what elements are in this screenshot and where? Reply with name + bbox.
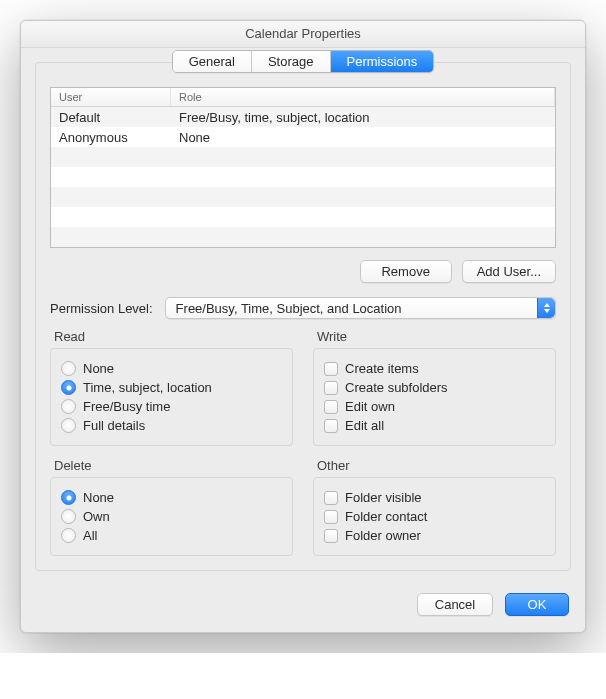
- radio-icon: [61, 361, 76, 376]
- checkbox-icon: [324, 419, 338, 433]
- cell-user: Anonymous: [51, 130, 171, 145]
- group-read: Read None Time, subject, location Free/B…: [50, 329, 293, 446]
- table-header: User Role: [51, 88, 555, 107]
- calendar-properties-window: Calendar Properties General Storage Perm…: [20, 20, 586, 633]
- content-area: General Storage Permissions User Role De…: [21, 48, 585, 581]
- cell-user: Default: [51, 110, 171, 125]
- remove-button[interactable]: Remove: [360, 260, 452, 283]
- group-other-box: Folder visible Folder contact Folder own…: [313, 477, 556, 556]
- checkbox-icon: [324, 400, 338, 414]
- window-title: Calendar Properties: [21, 21, 585, 48]
- other-folder-contact[interactable]: Folder contact: [324, 507, 545, 526]
- cell-role: None: [171, 130, 555, 145]
- checkbox-icon: [324, 529, 338, 543]
- radio-icon: [61, 528, 76, 543]
- delete-none[interactable]: None: [61, 488, 282, 507]
- group-write: Write Create items Create subfolders Edi…: [313, 329, 556, 446]
- group-delete: Delete None Own All: [50, 458, 293, 556]
- tab-permissions[interactable]: Permissions: [331, 51, 434, 72]
- radio-icon: [61, 380, 76, 395]
- cancel-button[interactable]: Cancel: [417, 593, 493, 616]
- permission-groups: Read None Time, subject, location Free/B…: [50, 329, 556, 556]
- radio-icon: [61, 490, 76, 505]
- group-write-box: Create items Create subfolders Edit own …: [313, 348, 556, 446]
- table-buttons: Remove Add User...: [50, 260, 556, 283]
- cell-role: Free/Busy, time, subject, location: [171, 110, 555, 125]
- group-read-box: None Time, subject, location Free/Busy t…: [50, 348, 293, 446]
- write-create-subfolders[interactable]: Create subfolders: [324, 378, 545, 397]
- other-folder-visible[interactable]: Folder visible: [324, 488, 545, 507]
- group-delete-title: Delete: [50, 458, 293, 477]
- header-user[interactable]: User: [51, 88, 171, 106]
- permission-level-row: Permission Level: Free/Busy, Time, Subje…: [50, 297, 556, 319]
- read-full-details[interactable]: Full details: [61, 416, 282, 435]
- permission-level-value: Free/Busy, Time, Subject, and Location: [176, 301, 402, 316]
- radio-icon: [61, 418, 76, 433]
- write-create-items[interactable]: Create items: [324, 359, 545, 378]
- group-other: Other Folder visible Folder contact Fold…: [313, 458, 556, 556]
- read-time-subject-location[interactable]: Time, subject, location: [61, 378, 282, 397]
- permissions-table: User Role Default Free/Busy, time, subje…: [50, 87, 556, 248]
- write-edit-all[interactable]: Edit all: [324, 416, 545, 435]
- group-other-title: Other: [313, 458, 556, 477]
- permission-level-select[interactable]: Free/Busy, Time, Subject, and Location: [165, 297, 556, 319]
- table-body: Default Free/Busy, time, subject, locati…: [51, 107, 555, 247]
- table-row[interactable]: Anonymous None: [51, 127, 555, 147]
- group-read-title: Read: [50, 329, 293, 348]
- read-free-busy[interactable]: Free/Busy time: [61, 397, 282, 416]
- checkbox-icon: [324, 381, 338, 395]
- checkbox-icon: [324, 362, 338, 376]
- delete-own[interactable]: Own: [61, 507, 282, 526]
- checkbox-icon: [324, 491, 338, 505]
- permissions-panel: General Storage Permissions User Role De…: [35, 62, 571, 571]
- write-edit-own[interactable]: Edit own: [324, 397, 545, 416]
- tab-control: General Storage Permissions: [50, 62, 556, 73]
- checkbox-icon: [324, 510, 338, 524]
- tab-storage[interactable]: Storage: [252, 51, 331, 72]
- permission-level-label: Permission Level:: [50, 301, 153, 316]
- header-role[interactable]: Role: [171, 88, 555, 106]
- add-user-button[interactable]: Add User...: [462, 260, 556, 283]
- group-delete-box: None Own All: [50, 477, 293, 556]
- radio-icon: [61, 509, 76, 524]
- table-row[interactable]: Default Free/Busy, time, subject, locati…: [51, 107, 555, 127]
- group-write-title: Write: [313, 329, 556, 348]
- delete-all[interactable]: All: [61, 526, 282, 545]
- tab-general[interactable]: General: [173, 51, 252, 72]
- other-folder-owner[interactable]: Folder owner: [324, 526, 545, 545]
- tab-segmented: General Storage Permissions: [172, 50, 435, 73]
- ok-button[interactable]: OK: [505, 593, 569, 616]
- read-none[interactable]: None: [61, 359, 282, 378]
- radio-icon: [61, 399, 76, 414]
- dialog-footer: Cancel OK: [21, 581, 585, 632]
- chevron-updown-icon: [537, 298, 555, 318]
